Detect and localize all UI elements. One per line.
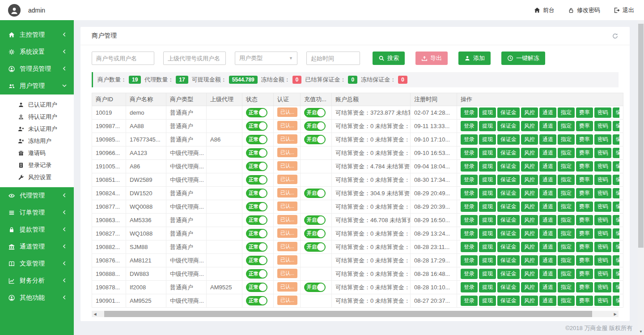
status-toggle[interactable]: 正常 — [246, 296, 267, 305]
action-assign-button[interactable]: 指定 — [558, 134, 575, 145]
sidebar-item-main-control[interactable]: 主控管理 — [0, 26, 74, 43]
action-risk-button[interactable]: 风控 — [521, 255, 538, 266]
action-deposit-button[interactable]: 保证金 — [497, 228, 520, 239]
action-channel-button[interactable]: 通道 — [539, 161, 556, 172]
sidebar-item-withdraw-management[interactable]: 提款管理 — [0, 221, 74, 238]
action-deposit-button[interactable]: 保证金 — [497, 215, 520, 225]
action-withdraw-button[interactable]: 提现 — [479, 107, 496, 118]
action-deposit-button[interactable]: 保证金 — [497, 202, 520, 212]
action-edit-button[interactable]: 编辑 — [613, 269, 619, 279]
action-password-button[interactable]: 密码 — [594, 175, 611, 185]
action-assign-button[interactable]: 指定 — [558, 107, 575, 118]
status-toggle[interactable]: 正常 — [246, 162, 267, 171]
auth-badge[interactable]: 已认... — [277, 242, 297, 251]
action-rate-button[interactable]: 费率 — [576, 134, 593, 145]
auth-badge[interactable]: 已认... — [277, 134, 297, 144]
action-password-button[interactable]: 密码 — [594, 296, 611, 306]
sidebar-item-order-management[interactable]: 订单管理 — [0, 204, 74, 221]
action-password-button[interactable]: 密码 — [594, 188, 611, 198]
action-assign-button[interactable]: 指定 — [558, 175, 575, 185]
action-risk-button[interactable]: 风控 — [521, 296, 538, 306]
action-channel-button[interactable]: 通道 — [539, 296, 556, 306]
action-edit-button[interactable]: 编辑 — [613, 282, 619, 292]
recharge-toggle[interactable]: 开启 — [304, 135, 326, 144]
action-password-button[interactable]: 密码 — [594, 255, 611, 266]
action-edit-button[interactable]: 编辑 — [613, 296, 619, 306]
search-button[interactable]: 搜索 — [373, 52, 405, 65]
action-login-button[interactable]: 登录 — [461, 296, 478, 306]
action-channel-button[interactable]: 通道 — [539, 228, 556, 239]
action-edit-button[interactable]: 编辑 — [613, 255, 619, 266]
action-login-button[interactable]: 登录 — [461, 282, 478, 292]
action-deposit-button[interactable]: 保证金 — [497, 255, 520, 266]
auth-badge[interactable]: 已认... — [277, 121, 297, 130]
action-rate-button[interactable]: 费率 — [576, 215, 593, 225]
sidebar-subitem-unverified-users[interactable]: 未认证用户 — [0, 123, 74, 135]
action-rate-button[interactable]: 费率 — [576, 175, 593, 185]
action-assign-button[interactable]: 指定 — [558, 228, 575, 239]
status-toggle[interactable]: 正常 — [246, 269, 267, 279]
recharge-toggle[interactable]: 开启 — [304, 108, 326, 117]
action-withdraw-button[interactable]: 提现 — [479, 255, 496, 266]
action-edit-button[interactable]: 编辑 — [613, 121, 619, 131]
auth-badge[interactable]: 已认... — [277, 296, 297, 305]
action-login-button[interactable]: 登录 — [461, 269, 478, 279]
action-rate-button[interactable]: 费率 — [576, 121, 593, 131]
action-login-button[interactable]: 登录 — [461, 202, 478, 212]
auth-badge[interactable]: 已认... — [277, 215, 297, 224]
action-withdraw-button[interactable]: 提现 — [479, 202, 496, 212]
action-assign-button[interactable]: 指定 — [558, 242, 575, 252]
action-risk-button[interactable]: 风控 — [521, 215, 538, 225]
action-login-button[interactable]: 登录 — [461, 107, 478, 118]
status-toggle[interactable]: 正常 — [246, 108, 267, 117]
action-edit-button[interactable]: 编辑 — [613, 228, 619, 239]
action-login-button[interactable]: 登录 — [461, 175, 478, 185]
action-edit-button[interactable]: 编辑 — [613, 188, 619, 198]
start-date-input[interactable] — [306, 52, 360, 65]
action-password-button[interactable]: 密码 — [594, 121, 611, 131]
refresh-icon[interactable] — [612, 33, 619, 39]
action-assign-button[interactable]: 指定 — [558, 121, 575, 131]
action-password-button[interactable]: 密码 — [594, 228, 611, 239]
status-toggle[interactable]: 正常 — [246, 175, 267, 185]
action-login-button[interactable]: 登录 — [461, 188, 478, 198]
action-password-button[interactable]: 密码 — [594, 269, 611, 279]
action-withdraw-button[interactable]: 提现 — [479, 188, 496, 198]
auth-badge[interactable]: 已认... — [277, 269, 297, 278]
action-assign-button[interactable]: 指定 — [558, 296, 575, 306]
action-rate-button[interactable]: 费率 — [576, 188, 593, 198]
action-deposit-button[interactable]: 保证金 — [497, 107, 520, 118]
auth-badge[interactable]: 已认... — [277, 202, 297, 211]
action-login-button[interactable]: 登录 — [461, 215, 478, 225]
status-toggle[interactable]: 正常 — [246, 256, 267, 265]
action-edit-button[interactable]: 编辑 — [613, 107, 619, 118]
action-rate-button[interactable]: 费率 — [576, 148, 593, 158]
action-login-button[interactable]: 登录 — [461, 148, 478, 158]
action-withdraw-button[interactable]: 提现 — [479, 215, 496, 225]
action-rate-button[interactable]: 费率 — [576, 202, 593, 212]
action-assign-button[interactable]: 指定 — [558, 161, 575, 172]
action-channel-button[interactable]: 通道 — [539, 242, 556, 252]
action-assign-button[interactable]: 指定 — [558, 269, 575, 279]
action-channel-button[interactable]: 通道 — [539, 134, 556, 145]
action-edit-button[interactable]: 编辑 — [613, 242, 619, 252]
sidebar-subitem-risk-settings[interactable]: 风控设置 — [0, 171, 74, 183]
auth-badge[interactable]: 已认... — [277, 148, 297, 157]
auth-badge[interactable]: 已认... — [277, 282, 297, 292]
scrollbar-track[interactable] — [98, 311, 612, 317]
action-withdraw-button[interactable]: 提现 — [479, 161, 496, 172]
action-risk-button[interactable]: 风控 — [521, 202, 538, 212]
action-rate-button[interactable]: 费率 — [576, 161, 593, 172]
action-assign-button[interactable]: 指定 — [558, 188, 575, 198]
vertical-scrollbar-thumb[interactable] — [638, 24, 644, 248]
action-assign-button[interactable]: 指定 — [558, 148, 575, 158]
top-nav-logout[interactable]: 退出 — [614, 6, 634, 14]
sidebar-subitem-login-records[interactable]: 登录记录 — [0, 159, 74, 171]
action-withdraw-button[interactable]: 提现 — [479, 228, 496, 239]
auth-badge[interactable]: 已认... — [277, 188, 297, 198]
action-withdraw-button[interactable]: 提现 — [479, 282, 496, 292]
action-rate-button[interactable]: 费率 — [576, 269, 593, 279]
action-password-button[interactable]: 密码 — [594, 282, 611, 292]
action-risk-button[interactable]: 风控 — [521, 188, 538, 198]
status-toggle[interactable]: 正常 — [246, 242, 267, 252]
